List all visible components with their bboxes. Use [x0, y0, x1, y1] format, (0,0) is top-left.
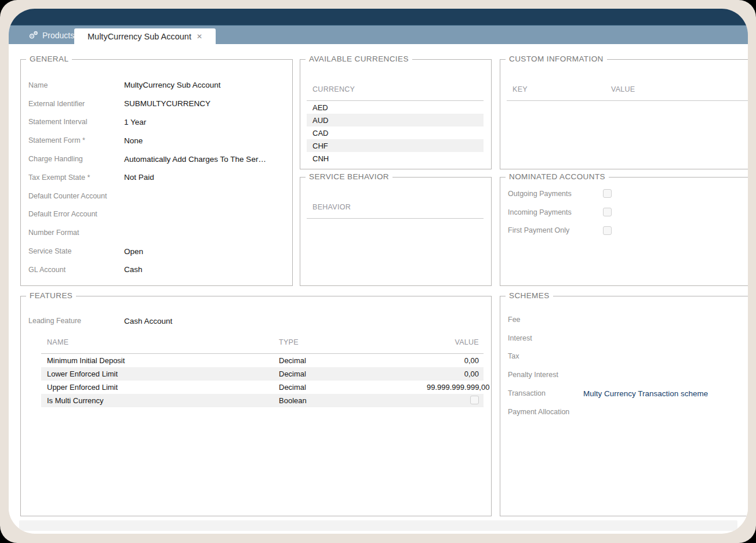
field-payment-allocation: Payment Allocation [500, 403, 748, 421]
field-statement-form: Statement Form * None [21, 131, 292, 150]
panel-general: GENERAL Name MultyCurrency Sub Account E… [20, 59, 293, 286]
currency-row-cad[interactable]: CAD [307, 126, 484, 139]
close-tab-icon[interactable]: ✕ [197, 32, 202, 41]
field-outgoing-payments: Outgoing Payments [500, 184, 748, 203]
field-service-state: Service State Open [21, 242, 292, 260]
field-statement-interval-value[interactable]: 1 Year [124, 118, 146, 126]
key-column-header: KEY [513, 85, 528, 93]
table-row-lower-enforced-limit[interactable]: Lower Enforced Limit Decimal 0,00 [41, 367, 484, 381]
field-charge-handling-value[interactable]: Automatically Add Charges To The Ser… [124, 155, 266, 164]
field-statement-interval: Statement Interval 1 Year [21, 113, 292, 132]
panel-custom-information-title: CUSTOM INFORMATION [506, 55, 607, 63]
field-service-state-value[interactable]: Open [124, 247, 143, 256]
status-bar [19, 520, 737, 531]
field-penalty-interest: Penalty Interest [500, 365, 748, 384]
field-transaction: Transaction Multy Currency Transaction s… [500, 384, 748, 403]
currency-row-chf[interactable]: CHF [307, 139, 484, 152]
incoming-payments-checkbox[interactable] [603, 208, 612, 216]
field-first-payment-only: First Payment Only [500, 222, 748, 240]
panel-service-behavior-title: SERVICE BEHAVIOR [306, 172, 392, 181]
tab-products[interactable]: Products [21, 26, 81, 45]
panel-custom-information: CUSTOM INFORMATION KEY VALUE [500, 59, 748, 169]
panel-features: FEATURES Leading Feature Cash Account NA… [20, 296, 492, 516]
field-name-value[interactable]: MultyCurrency Sub Account [124, 81, 221, 89]
field-statement-form-value[interactable]: None [124, 136, 143, 145]
title-bar [9, 9, 748, 25]
currency-row-aed[interactable]: AED [307, 101, 484, 114]
transaction-scheme-link[interactable]: Multy Currency Transaction scheme [583, 389, 708, 398]
name-column-header: NAME [47, 338, 279, 346]
field-charge-handling: Charge Handling Automatically Add Charge… [21, 150, 292, 168]
value-column-header: VALUE [427, 338, 479, 346]
outgoing-payments-checkbox[interactable] [603, 189, 612, 198]
value-column-header: VALUE [611, 85, 635, 93]
field-external-identifier-value[interactable]: SUBMULTYCURRENCY [124, 99, 210, 108]
panel-available-currencies: AVAILABLE CURRENCIES CURRENCY AED AUD CA… [300, 59, 492, 169]
panel-nominated-accounts-title: NOMINATED ACCOUNTS [506, 172, 609, 181]
tab-multycurrency-sub-account[interactable]: MultyCurrency Sub Account ✕ [74, 28, 216, 45]
table-row-is-multi-currency[interactable]: Is Multi Currency Boolean [41, 394, 484, 407]
gears-icon [28, 31, 38, 39]
field-default-error-account: Default Error Account [21, 205, 292, 224]
field-tax: Tax [500, 347, 748, 366]
field-default-counter-account: Default Counter Account [21, 187, 292, 205]
type-column-header: TYPE [279, 338, 427, 346]
field-name: Name MultyCurrency Sub Account [21, 76, 292, 95]
panel-features-title: FEATURES [26, 291, 76, 300]
content-area: GENERAL Name MultyCurrency Sub Account E… [9, 44, 748, 520]
field-gl-account-value[interactable]: Cash [124, 265, 143, 274]
table-row-upper-enforced-limit[interactable]: Upper Enforced Limit Decimal 99.999.999.… [41, 381, 484, 394]
panel-general-title: GENERAL [26, 55, 72, 63]
tab-active-label: MultyCurrency Sub Account [88, 32, 191, 41]
app-frame: Products MultyCurrency Sub Account ✕ GEN… [0, 0, 756, 543]
field-external-identifier: External Identifier SUBMULTYCURRENCY [21, 95, 292, 113]
field-incoming-payments: Incoming Payments [500, 203, 748, 222]
field-interest: Interest [500, 329, 748, 347]
custom-information-column-headers: KEY VALUE [507, 85, 748, 101]
table-row-minimum-initial-deposit[interactable]: Minimum Initial Deposit Decimal 0,00 [41, 354, 484, 367]
field-tax-exempt-state-value[interactable]: Not Paid [124, 173, 154, 182]
field-fee: Fee [500, 310, 748, 329]
currency-column-header: CURRENCY [307, 85, 484, 101]
field-gl-account: GL Account Cash [21, 260, 292, 279]
field-leading-feature: Leading Feature Cash Account [21, 312, 491, 330]
tab-products-label: Products [42, 31, 74, 40]
behavior-column-header: BEHAVIOR [307, 203, 484, 219]
field-number-format: Number Format [21, 223, 292, 242]
currency-row-cnh[interactable]: CNH [307, 152, 484, 165]
features-column-headers: NAME TYPE VALUE [41, 338, 484, 354]
field-leading-feature-value[interactable]: Cash Account [124, 317, 172, 325]
first-payment-only-checkbox[interactable] [603, 226, 612, 235]
panel-schemes: SCHEMES Fee Interest Tax Pe [500, 296, 748, 516]
is-multi-currency-checkbox[interactable] [470, 396, 479, 404]
panel-nominated-accounts: NOMINATED ACCOUNTS Outgoing Payments Inc… [500, 177, 748, 286]
tab-bar: Products MultyCurrency Sub Account ✕ [9, 25, 748, 44]
panel-available-currencies-title: AVAILABLE CURRENCIES [306, 55, 412, 63]
app-window: Products MultyCurrency Sub Account ✕ GEN… [9, 9, 748, 534]
field-tax-exempt-state: Tax Exempt State * Not Paid [21, 168, 292, 187]
currency-row-aud[interactable]: AUD [307, 114, 484, 126]
panel-service-behavior: SERVICE BEHAVIOR BEHAVIOR [300, 177, 492, 286]
panel-schemes-title: SCHEMES [506, 291, 553, 300]
